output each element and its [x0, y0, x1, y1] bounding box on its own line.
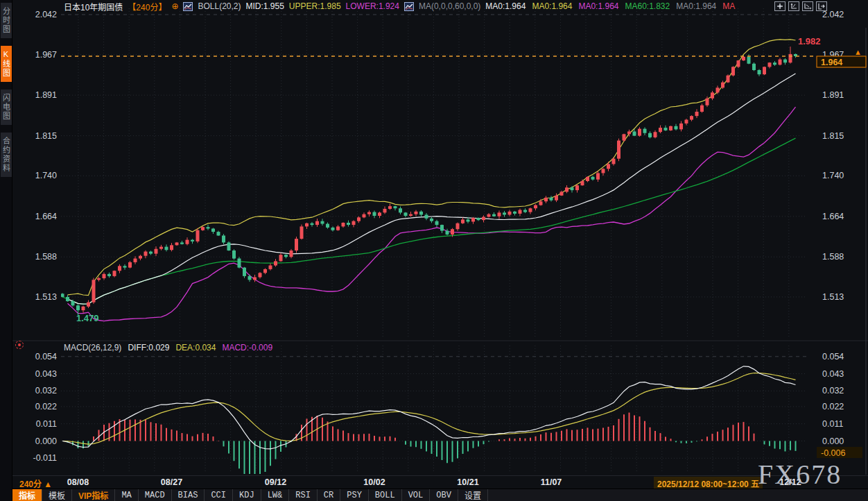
ma-value-5: MA	[722, 1, 735, 11]
add-indicator-icon[interactable]: ⊕	[171, 1, 178, 11]
date-tick-08/08: 08/08	[67, 477, 89, 487]
period-selector[interactable]: 240分 ▲	[19, 477, 52, 489]
price-tick-right: 1.513	[822, 292, 844, 302]
macd-tick-right: 0.011	[822, 419, 843, 429]
price-tick-right: 1.815	[822, 131, 844, 141]
boll-mid-value: MID:1.955	[246, 1, 284, 11]
indicator-toolbar: 指标模板VIP指标MAMACDBIASCCIKDJLW&RSICRPSYBOLL…	[12, 489, 868, 501]
macd-params-label: MACD(26,12,9)	[64, 343, 121, 353]
macd-tick-left: -0.011	[33, 453, 57, 463]
toolbar-item-PSY[interactable]: PSY	[340, 489, 369, 501]
instrument-title: 日本10年期国债	[64, 1, 123, 12]
date-tick-10/21: 10/21	[457, 477, 478, 487]
pane-controls	[774, 1, 827, 11]
sidebar-tab-1[interactable]: K线图	[1, 46, 12, 82]
macd-tick-left: 0.011	[36, 419, 57, 429]
macd-tick-left: 0.043	[35, 369, 57, 379]
macd-tick-left: 0.054	[35, 352, 57, 362]
price-tick-right: 2.042	[822, 10, 844, 19]
ma-value-0: MA0:1.964	[485, 1, 526, 11]
price-tick-left: 1.664	[35, 212, 57, 221]
toolbar-item-VIP指标[interactable]: VIP指标	[72, 489, 115, 501]
crosshair-move-icon[interactable]	[774, 1, 785, 11]
macd-diff-value: DIFF:0.029	[128, 343, 169, 353]
toolbar-item-CR[interactable]: CR	[318, 489, 340, 501]
macd-tick-left: 0.022	[35, 402, 57, 411]
candles	[61, 46, 798, 315]
fx678-watermark: FX678	[758, 461, 842, 489]
low-price-marker: 1.479	[76, 313, 99, 323]
period-label: 【240分】	[128, 1, 166, 12]
price-tick-left: 2.042	[35, 10, 57, 19]
date-tick-09/12: 09/12	[265, 477, 286, 487]
last-price-value: 1.964	[821, 58, 842, 67]
macd-tick-left: 0.000	[35, 436, 57, 446]
sidebar-tab-2[interactable]: 闪电图	[1, 90, 12, 125]
toolbar-item-模板[interactable]: 模板	[42, 489, 72, 501]
price-tick-left: 1.815	[35, 131, 57, 141]
ma-params-label: MA(0,0,0,60,0,0)	[419, 1, 480, 11]
toolbar-item-指标[interactable]: 指标	[12, 489, 42, 501]
toolbar-item-BIAS[interactable]: BIAS	[172, 489, 205, 501]
date-tick-10/02: 10/02	[363, 477, 385, 487]
ma-value-3: MA60:1.832	[625, 1, 670, 11]
price-tick-left: 1.588	[35, 252, 57, 262]
toolbar-item-VOL[interactable]: VOL	[402, 489, 431, 501]
ma-value-2: MA0:1.964	[578, 1, 618, 11]
macd-dea-value: DEA:0.034	[175, 343, 216, 353]
main-pane	[62, 40, 796, 321]
macd-macd-value: MACD:-0.009	[222, 343, 272, 353]
toolbar-item-BOLL[interactable]: BOLL	[369, 489, 402, 501]
macd-tick-left: 0.032	[35, 386, 57, 396]
price-tick-left: 1.891	[35, 90, 57, 100]
scroll-latest-arrow[interactable]: ▲	[854, 48, 862, 56]
scale-left-icon[interactable]	[788, 1, 799, 11]
price-tick-left: 1.740	[35, 171, 57, 180]
date-tick-11/07: 11/07	[541, 477, 562, 487]
macd-tick-right: 0.000	[822, 436, 844, 446]
ma-chart-icon	[404, 2, 414, 11]
boll-params-label: BOLL(20,2)	[198, 1, 241, 11]
macd-tick-right: 0.032	[822, 386, 844, 396]
toolbar-item-MA[interactable]: MA	[115, 489, 138, 501]
ma-values: MA0:1.964MA0:1.964MA0:1.964MA60:1.832MA0…	[485, 1, 735, 11]
toolbar-item-LW&[interactable]: LW&	[261, 489, 290, 501]
sidebar-tab-3[interactable]: 合约资料	[1, 133, 12, 177]
macd-tick-right: 0.043	[822, 369, 844, 379]
macd-header: MACD(26,12,9) DIFF:0.029 DEA:0.034 MACD:…	[64, 343, 272, 353]
price-tick-left: 1.513	[35, 292, 57, 302]
sidebar: 分时图K线图闪电图合约资料	[0, 0, 12, 501]
ma-value-4: MA0:1.964	[676, 1, 716, 11]
boll-upper-value: UPPER:1.985	[289, 1, 341, 11]
toolbar-item-设置[interactable]: 设置	[458, 489, 488, 501]
macd-tick-right: 0.054	[822, 352, 844, 362]
price-tick-right: 1.664	[822, 212, 844, 221]
price-tick-right: 1.891	[822, 90, 844, 100]
toolbar-item-MACD[interactable]: MACD	[139, 489, 172, 501]
price-tick-right: 1.588	[822, 252, 844, 262]
sidebar-tab-0[interactable]: 分时图	[1, 3, 12, 38]
toolbar-item-KDJ[interactable]: KDJ	[233, 489, 261, 501]
toolbar-item-CCI[interactable]: CCI	[205, 489, 233, 501]
macd-pane	[62, 366, 796, 474]
price-tick-right: 1.740	[822, 171, 844, 180]
price-tick-left: 1.967	[35, 50, 57, 60]
boll-lower-value: LOWER:1.924	[346, 1, 399, 11]
toolbar-item-OBV[interactable]: OBV	[430, 489, 458, 501]
scale-right-icon[interactable]	[802, 1, 813, 11]
popout-icon[interactable]	[816, 1, 827, 11]
macd-tick-right: 0.022	[822, 402, 844, 411]
toolbar-item-RSI[interactable]: RSI	[289, 489, 318, 501]
high-price-marker: 1.982	[798, 36, 821, 46]
price-chart-canvas[interactable]: 2.0422.0421.9671.9671.8911.8911.8151.815…	[0, 0, 868, 501]
indicator-header: 日本10年期国债 【240分】 ⊕ BOLL(20,2) MID:1.955 U…	[64, 1, 735, 12]
boll-chart-icon	[183, 2, 193, 11]
macd-current-value: -0.006	[821, 448, 845, 458]
ma-value-1: MA0:1.964	[532, 1, 572, 11]
date-tick-08/27: 08/27	[161, 477, 182, 487]
macd-indicator-target-icon[interactable]	[15, 341, 24, 349]
